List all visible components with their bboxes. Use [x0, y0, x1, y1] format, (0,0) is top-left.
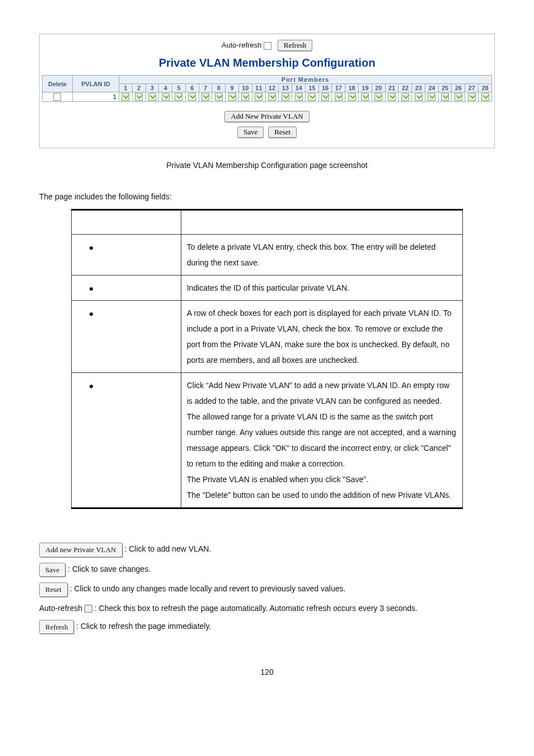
col-pvlan-id: PVLAN ID — [72, 76, 119, 92]
port-header-23: 23 — [412, 84, 425, 92]
delete-checkbox[interactable] — [53, 93, 61, 101]
save-desc: : Click to save changes. — [68, 564, 151, 573]
port-cell-25 — [438, 92, 452, 102]
port-checkbox-22[interactable] — [401, 93, 409, 101]
port-checkbox-28[interactable] — [481, 93, 489, 101]
port-header-1: 1 — [119, 84, 132, 92]
port-checkbox-1[interactable] — [121, 93, 129, 101]
port-checkbox-8[interactable] — [215, 93, 223, 101]
delete-checkbox-cell — [43, 92, 73, 102]
port-cell-12 — [265, 92, 279, 102]
button-descriptions: Add new Private VLAN : Click to add new … — [39, 543, 495, 634]
port-cell-19 — [359, 92, 372, 102]
port-checkbox-6[interactable] — [188, 93, 196, 101]
port-checkbox-12[interactable] — [268, 93, 276, 101]
refresh-button[interactable]: Refresh — [278, 40, 312, 51]
port-header-7: 7 — [199, 84, 212, 92]
page-number: 120 — [39, 668, 495, 676]
port-checkbox-11[interactable] — [255, 93, 263, 101]
port-header-10: 10 — [238, 84, 252, 92]
save-button[interactable]: Save — [39, 563, 65, 577]
port-header-13: 13 — [279, 84, 292, 92]
panel-actions: Add New Private VLAN Save Reset — [42, 109, 492, 140]
port-header-17: 17 — [332, 84, 345, 92]
port-checkbox-3[interactable] — [148, 93, 156, 101]
port-cell-8 — [212, 92, 226, 102]
port-cell-26 — [452, 92, 465, 102]
port-checkbox-15[interactable] — [308, 93, 316, 101]
port-checkbox-25[interactable] — [441, 93, 449, 101]
fields-row: Indicates the ID of this particular priv… — [71, 276, 462, 301]
refresh-desc: : Click to refresh the page immediately. — [76, 622, 211, 631]
port-header-18: 18 — [345, 84, 359, 92]
panel-top-row: Auto-refresh Refresh — [42, 40, 492, 51]
port-header-8: 8 — [212, 84, 226, 92]
port-checkbox-23[interactable] — [415, 93, 423, 101]
auto-refresh-checkbox[interactable] — [264, 42, 271, 50]
port-cell-7 — [199, 92, 212, 102]
fields-desc-cell: A row of check boxes for each port is di… — [181, 301, 462, 373]
port-header-28: 28 — [479, 84, 492, 92]
port-checkbox-26[interactable] — [455, 93, 462, 101]
col-delete: Delete — [43, 76, 73, 92]
port-cell-18 — [345, 92, 359, 102]
port-cell-3 — [146, 92, 159, 102]
port-header-19: 19 — [359, 84, 372, 92]
port-checkbox-4[interactable] — [162, 93, 170, 101]
port-checkbox-21[interactable] — [388, 93, 396, 101]
port-cell-23 — [412, 92, 425, 102]
table-row: 1 — [43, 92, 492, 102]
port-checkbox-20[interactable] — [374, 93, 382, 101]
fields-object-cell — [71, 235, 181, 276]
port-cell-10 — [238, 92, 252, 102]
port-checkbox-16[interactable] — [321, 93, 329, 101]
port-header-2: 2 — [132, 84, 146, 92]
port-cell-9 — [226, 92, 239, 102]
port-checkbox-9[interactable] — [228, 93, 236, 101]
reset-button[interactable]: Reset — [268, 127, 297, 138]
port-cell-11 — [252, 92, 265, 102]
port-checkbox-18[interactable] — [348, 93, 356, 101]
port-cell-2 — [132, 92, 146, 102]
port-cell-5 — [172, 92, 186, 102]
bullet-icon — [90, 385, 93, 388]
port-checkbox-5[interactable] — [175, 93, 182, 101]
port-checkbox-19[interactable] — [361, 93, 369, 101]
port-cell-14 — [292, 92, 306, 102]
fields-table: To delete a private VLAN entry, check th… — [71, 209, 463, 509]
port-cell-24 — [425, 92, 438, 102]
port-header-24: 24 — [425, 84, 438, 92]
port-checkbox-17[interactable] — [335, 93, 343, 101]
save-button[interactable]: Save — [237, 127, 264, 138]
port-header-4: 4 — [159, 84, 172, 92]
port-members-table: Delete PVLAN ID Port Members 12345678910… — [42, 75, 492, 102]
lead-text: The page includes the following fields: — [39, 192, 495, 201]
port-cell-6 — [185, 92, 199, 102]
reset-button[interactable]: Reset — [39, 582, 68, 597]
port-checkbox-24[interactable] — [428, 93, 435, 101]
port-cell-4 — [159, 92, 172, 102]
port-cell-27 — [465, 92, 479, 102]
port-checkbox-13[interactable] — [282, 93, 289, 101]
port-header-11: 11 — [252, 84, 265, 92]
port-checkbox-14[interactable] — [295, 93, 303, 101]
add-desc: : Click to add new VLAN. — [124, 545, 211, 554]
bullet-icon — [90, 287, 93, 291]
auto-refresh-prefix: Auto-refresh — [39, 604, 85, 613]
fields-desc-cell: Indicates the ID of this particular priv… — [181, 276, 462, 301]
add-new-private-vlan-button[interactable]: Add new Private VLAN — [39, 543, 123, 557]
port-checkbox-10[interactable] — [241, 93, 249, 101]
fields-row: A row of check boxes for each port is di… — [71, 301, 462, 373]
auto-refresh-desc: : Check this box to refresh the page aut… — [95, 604, 418, 613]
screenshot-caption: Private VLAN Membership Configuration pa… — [39, 161, 495, 170]
port-checkbox-27[interactable] — [468, 93, 476, 101]
add-new-private-vlan-button[interactable]: Add New Private VLAN — [224, 111, 309, 122]
refresh-button[interactable]: Refresh — [39, 620, 74, 634]
port-checkbox-7[interactable] — [202, 93, 209, 101]
fields-desc-cell: To delete a private VLAN entry, check th… — [181, 235, 462, 276]
fields-object-cell — [71, 373, 181, 508]
port-cell-17 — [332, 92, 345, 102]
port-checkbox-2[interactable] — [135, 93, 143, 101]
bullet-icon — [90, 312, 93, 316]
fields-object-cell — [71, 276, 181, 301]
